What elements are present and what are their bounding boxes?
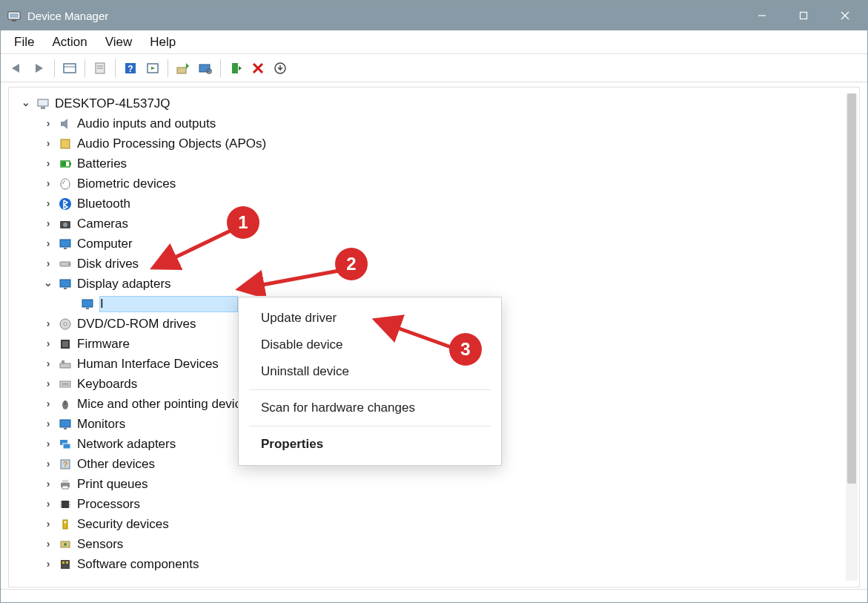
svg-point-32: [68, 263, 70, 265]
expand-icon[interactable]: [43, 319, 53, 329]
expand-icon[interactable]: [43, 519, 53, 530]
toolbar-separator: [220, 59, 221, 77]
svg-rect-21: [41, 107, 45, 109]
expand-icon[interactable]: [43, 439, 53, 449]
expand-icon[interactable]: [43, 239, 53, 249]
minimize-button[interactable]: [741, 1, 783, 30]
svg-rect-20: [38, 99, 48, 106]
callout-arrow-2: [235, 266, 346, 296]
svg-line-73: [379, 321, 453, 348]
tree-category[interactable]: Audio inputs and outputs: [12, 113, 856, 134]
expand-icon[interactable]: [43, 339, 53, 349]
forward-button[interactable]: [29, 58, 50, 79]
disable-device-button[interactable]: [248, 58, 268, 79]
scroll-thumb[interactable]: [847, 93, 856, 484]
expand-icon[interactable]: [43, 219, 53, 229]
expand-icon[interactable]: [43, 119, 53, 129]
tree-category[interactable]: Display adapters: [12, 274, 856, 294]
expand-icon[interactable]: [43, 419, 53, 429]
scrollbar[interactable]: [846, 93, 858, 581]
expand-icon[interactable]: [43, 179, 53, 189]
expand-icon[interactable]: [43, 359, 53, 369]
expand-icon[interactable]: [43, 379, 53, 389]
context-properties[interactable]: Properties: [239, 431, 501, 458]
expand-icon[interactable]: [43, 139, 53, 149]
callout-arrow-3: [371, 312, 460, 357]
category-label: Processors: [77, 497, 140, 512]
toolbar-separator: [168, 59, 168, 77]
category-icon: [58, 317, 73, 332]
svg-rect-29: [60, 240, 70, 247]
category-label: Mice and other pointing devices: [77, 397, 254, 412]
menu-view[interactable]: View: [98, 32, 140, 53]
tree-root-node[interactable]: DESKTOP-4L537JQ: [12, 93, 856, 113]
svg-rect-36: [86, 308, 89, 309]
category-icon: [58, 517, 73, 532]
category-icon: [58, 197, 73, 211]
tree-category[interactable]: Security devices: [12, 514, 856, 534]
context-scan-hardware[interactable]: Scan for hardware changes: [239, 395, 501, 421]
svg-rect-25: [62, 162, 66, 166]
context-separator: [249, 426, 491, 426]
category-label: Display adapters: [77, 277, 171, 291]
menu-help[interactable]: Help: [142, 32, 183, 53]
svg-rect-43: [60, 381, 70, 387]
category-icon: [58, 217, 73, 231]
action-button[interactable]: [142, 58, 163, 79]
scan-hardware-button[interactable]: [195, 58, 216, 79]
callout-2: 2: [335, 248, 368, 280]
status-bar: [1, 589, 867, 602]
tree-category[interactable]: Biometric devices: [12, 174, 856, 194]
show-hidden-button[interactable]: [59, 58, 80, 79]
tree-category[interactable]: Computer: [12, 234, 856, 254]
tree-category[interactable]: Cameras: [12, 214, 856, 234]
tree-category[interactable]: Sensors: [12, 534, 856, 554]
category-label: Security devices: [77, 517, 169, 532]
tree-category[interactable]: Bluetooth: [12, 194, 856, 214]
category-icon: [58, 357, 73, 372]
enable-device-button[interactable]: [225, 58, 246, 79]
back-button[interactable]: [7, 58, 27, 79]
properties-button[interactable]: [90, 58, 110, 79]
expand-icon[interactable]: [43, 459, 53, 469]
svg-rect-33: [60, 280, 70, 287]
expand-icon[interactable]: [43, 199, 53, 209]
menu-action[interactable]: Action: [44, 32, 94, 53]
tree-category[interactable]: Software components: [12, 554, 856, 574]
root-label: DESKTOP-4L537JQ: [55, 96, 170, 111]
tree-category[interactable]: Print queues: [12, 474, 856, 494]
context-update-driver[interactable]: Update driver: [239, 305, 501, 332]
category-icon: [58, 437, 73, 452]
expand-icon[interactable]: [43, 559, 53, 570]
update-driver-button[interactable]: [173, 58, 193, 79]
expand-icon[interactable]: [43, 279, 53, 289]
expand-icon[interactable]: [21, 99, 31, 109]
category-label: Software components: [77, 557, 199, 572]
callout-1: 1: [227, 206, 259, 239]
tree-category[interactable]: Disk drives: [12, 254, 856, 274]
category-label: Firmware: [77, 337, 130, 352]
category-label: Cameras: [77, 217, 128, 231]
expand-icon[interactable]: [43, 159, 53, 169]
tree-category[interactable]: Processors: [12, 494, 856, 514]
expand-icon[interactable]: [43, 259, 53, 269]
expand-icon[interactable]: [43, 399, 53, 409]
close-button[interactable]: [824, 1, 866, 30]
category-label: Monitors: [77, 417, 125, 432]
tree-category[interactable]: Audio Processing Objects (APOs): [12, 134, 856, 154]
category-icon: [58, 537, 73, 552]
expand-icon[interactable]: [43, 479, 53, 490]
category-icon: [58, 497, 73, 512]
expand-icon[interactable]: [43, 499, 53, 510]
uninstall-device-button[interactable]: [270, 58, 291, 79]
svg-rect-7: [64, 64, 76, 73]
toolbar-separator: [85, 59, 85, 77]
svg-rect-1: [10, 13, 19, 18]
help-button[interactable]: ?: [120, 58, 141, 79]
maximize-button[interactable]: [783, 1, 824, 30]
expand-icon[interactable]: [43, 539, 53, 550]
svg-rect-56: [62, 486, 68, 489]
menu-file[interactable]: File: [7, 32, 42, 53]
tree-category[interactable]: Batteries: [12, 154, 856, 174]
category-icon: ?: [58, 457, 73, 472]
